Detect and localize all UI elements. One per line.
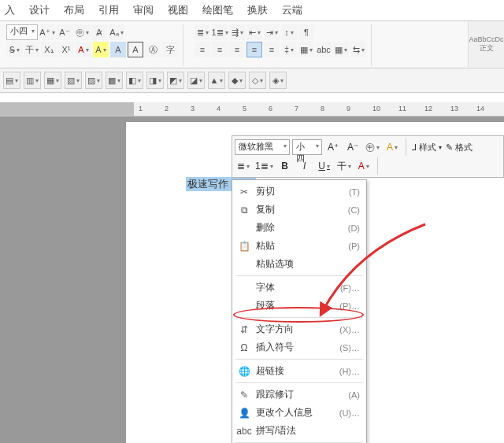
strike2-icon[interactable]: 干 xyxy=(24,42,39,57)
context-menu-item[interactable]: 段落(P)… xyxy=(232,297,366,315)
qa-icon[interactable]: ▩ xyxy=(106,72,123,89)
context-menu-icon: ⇵ xyxy=(237,323,251,336)
context-menu-item[interactable]: ✂剪切(T) xyxy=(232,183,366,201)
context-menu-label: 粘贴 xyxy=(256,239,343,253)
decrease-indent-icon[interactable]: ⇤ xyxy=(246,24,262,40)
font-color-icon[interactable]: A xyxy=(76,42,91,57)
mini-format-button[interactable]: ✎格式 xyxy=(445,138,473,156)
qa-icon[interactable]: ◧ xyxy=(126,72,143,89)
mini-strike-icon[interactable]: 干 xyxy=(335,157,353,175)
ruler-number: 2 xyxy=(165,105,169,113)
mini-font-name[interactable]: 微软雅黑 xyxy=(235,139,290,155)
style-gallery[interactable]: AaBbCcDc 正文 xyxy=(468,21,504,67)
highlight-color-icon[interactable]: A xyxy=(93,42,109,57)
phonetic-guide-icon[interactable]: ㊥ xyxy=(74,24,90,40)
ruler-number: 7 xyxy=(295,105,298,113)
context-menu-item[interactable]: abc拼写/语法 xyxy=(232,422,366,440)
qa-icon[interactable]: ▦ xyxy=(44,72,61,89)
qa-icon[interactable]: ◈ xyxy=(269,72,287,89)
mini-bullets-icon[interactable]: ≣ xyxy=(235,157,252,175)
qa-icon[interactable]: ▥ xyxy=(24,72,41,89)
subscript-icon[interactable]: X₁ xyxy=(41,42,57,57)
menu-item[interactable]: 换肤 xyxy=(247,3,268,17)
mini-highlight-icon[interactable]: A xyxy=(384,138,401,156)
clear-format-icon[interactable]: A̷ xyxy=(91,24,107,40)
superscript-icon[interactable]: X¹ xyxy=(58,42,74,57)
context-menu-item[interactable]: 📋粘贴(P) xyxy=(232,237,366,255)
menu-item[interactable]: 引用 xyxy=(98,3,119,17)
context-menu-item[interactable]: ✎跟踪修订(A) xyxy=(232,386,366,404)
char-case-icon[interactable]: 字 xyxy=(162,42,178,57)
qa-icon[interactable]: ◩ xyxy=(167,72,184,89)
char-scale-icon[interactable]: Aₐ xyxy=(109,24,124,40)
circle-char-icon[interactable]: Ⓐ xyxy=(145,42,161,57)
align-left-icon[interactable]: ≡ xyxy=(195,42,210,57)
mini-styles-button[interactable]: ⅃样式▾ xyxy=(411,138,443,156)
ruler-number: 3 xyxy=(191,105,195,113)
ribbon-toolbar: 小四 A⁺ A⁻ ㊥ A̷ Aₐ S̶ 干 X₁ X¹ A A A A Ⓐ 字 xyxy=(0,21,504,68)
align-right-icon[interactable]: ≡ xyxy=(229,42,245,57)
decrease-font-icon[interactable]: A⁻ xyxy=(57,24,72,40)
context-menu-shortcut: (D) xyxy=(348,223,360,233)
style-preview-sample: AaBbCcDc xyxy=(469,35,503,43)
multilevel-list-icon[interactable]: ⇶ xyxy=(229,24,245,40)
distribute-icon[interactable]: ≡ xyxy=(264,42,280,57)
context-menu-item[interactable]: 👤更改个人信息(U)… xyxy=(232,404,366,422)
line-spacing-icon[interactable]: ‡ xyxy=(281,42,297,57)
context-menu-item[interactable]: ⇵文字方向(X)… xyxy=(232,320,366,338)
increase-indent-icon[interactable]: ⇥ xyxy=(264,24,280,40)
show-marks-icon[interactable]: ¶ xyxy=(298,24,314,40)
strike-icon[interactable]: S̶ xyxy=(6,42,22,57)
char-shading-icon[interactable]: A xyxy=(110,42,126,57)
context-menu-icon: 📋 xyxy=(237,240,251,253)
context-menu-label: 更改个人信息 xyxy=(256,406,335,419)
menu-item[interactable]: 布局 xyxy=(64,3,84,17)
tabs-icon[interactable]: ⇆ xyxy=(350,42,366,57)
menu-item[interactable]: 绘图笔 xyxy=(202,3,233,17)
numbering-icon[interactable]: 1≣ xyxy=(212,24,228,40)
context-menu-item[interactable]: 🌐超链接(H)… xyxy=(232,362,366,380)
borders-icon[interactable]: ▦ xyxy=(333,42,349,57)
qa-icon[interactable]: ◆ xyxy=(228,72,246,89)
horizontal-ruler[interactable]: 1234567891011121314 xyxy=(0,102,504,116)
menu-item[interactable]: 入 xyxy=(5,3,15,17)
mini-decrease-font-icon[interactable]: A⁻ xyxy=(344,138,361,156)
context-menu-label: 跟踪修订 xyxy=(256,388,343,401)
align-center-icon[interactable]: ≡ xyxy=(212,42,228,57)
menu-item[interactable]: 视图 xyxy=(168,3,188,17)
align-justify-icon[interactable]: ≡ xyxy=(246,42,262,57)
context-menu-item[interactable]: Ω插入符号(S)… xyxy=(232,338,366,356)
qa-icon[interactable]: ▲ xyxy=(208,72,225,89)
context-menu-item[interactable]: 字体(F)… xyxy=(232,279,366,297)
qa-icon[interactable]: ◇ xyxy=(249,72,266,89)
mini-underline-button[interactable]: U xyxy=(316,157,333,175)
phonetic-icon[interactable]: abc xyxy=(316,42,332,57)
context-menu-item[interactable]: 粘贴选项 xyxy=(232,255,366,273)
context-menu-icon xyxy=(237,282,251,294)
sort-icon[interactable]: ↕ xyxy=(281,24,297,40)
context-menu-shortcut: (P) xyxy=(348,242,360,251)
mini-phonetic-icon[interactable]: ㊥ xyxy=(364,138,381,156)
char-border-icon[interactable]: A xyxy=(128,42,143,57)
context-menu-item[interactable]: 删除(D) xyxy=(232,219,366,237)
increase-font-icon[interactable]: A⁺ xyxy=(39,24,55,40)
shading-icon[interactable]: ▦ xyxy=(298,42,314,57)
mini-font-size[interactable]: 小四 xyxy=(292,139,322,155)
menu-item[interactable]: 云端 xyxy=(282,3,302,17)
qa-icon[interactable]: ▨ xyxy=(85,72,102,89)
context-menu-icon: ✂ xyxy=(237,186,251,198)
context-menu: ✂剪切(T)⧉复制(C)删除(D)📋粘贴(P)粘贴选项 字体(F)…段落(P)…… xyxy=(232,179,367,443)
qa-icon[interactable]: ◪ xyxy=(187,72,205,89)
context-menu-item[interactable]: ⧉复制(C) xyxy=(232,201,366,219)
mini-increase-font-icon[interactable]: A⁺ xyxy=(324,138,342,156)
menu-item[interactable]: 设计 xyxy=(29,3,50,17)
font-size-select[interactable]: 小四 xyxy=(6,24,38,40)
qa-icon[interactable]: ◨ xyxy=(146,72,164,89)
mini-bold-button[interactable]: B xyxy=(276,157,294,175)
bullets-icon[interactable]: ≣ xyxy=(195,24,210,40)
qa-icon[interactable]: ▤ xyxy=(3,72,20,89)
qa-icon[interactable]: ▧ xyxy=(65,72,82,89)
menu-item[interactable]: 审阅 xyxy=(133,3,154,17)
mini-numbering-icon[interactable]: 1≣ xyxy=(254,157,274,175)
mini-font-color-icon[interactable]: A xyxy=(355,157,372,175)
